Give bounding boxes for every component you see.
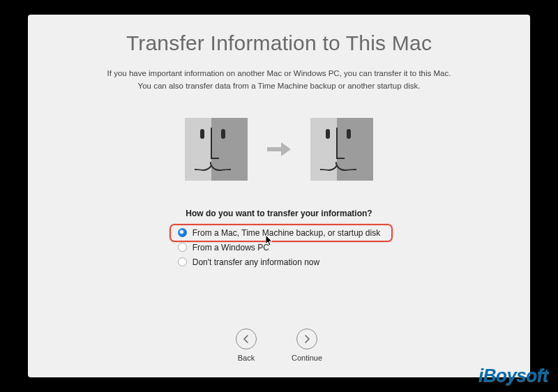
radio-icon xyxy=(178,257,187,266)
navigation-bar: Back Continue xyxy=(28,329,530,362)
arrow-right-icon xyxy=(267,140,291,158)
arrow-right-icon xyxy=(296,329,317,349)
page-subtitle: If you have important information on ano… xyxy=(107,68,451,93)
subtitle-line-2: You can also transfer data from a Time M… xyxy=(138,82,421,90)
option-from-windows[interactable]: From a Windows PC xyxy=(175,241,383,254)
transfer-options-group: From a Mac, Time Machine backup, or star… xyxy=(175,227,383,269)
transfer-illustration xyxy=(185,118,373,181)
option-label: From a Mac, Time Machine backup, or star… xyxy=(193,228,380,238)
arrow-left-icon xyxy=(236,329,257,349)
transfer-prompt: How do you want to transfer your informa… xyxy=(186,209,372,218)
radio-icon xyxy=(178,228,187,237)
back-button[interactable]: Back xyxy=(236,329,257,362)
continue-label: Continue xyxy=(292,354,322,362)
option-label: Don't transfer any information now xyxy=(193,257,319,267)
migration-assistant-window: Transfer Information to This Mac If you … xyxy=(28,15,530,377)
finder-icon-target xyxy=(310,118,373,181)
option-dont-transfer[interactable]: Don't transfer any information now xyxy=(175,256,383,269)
subtitle-line-1: If you have important information on ano… xyxy=(107,69,451,77)
back-label: Back xyxy=(238,354,255,362)
radio-icon xyxy=(178,243,187,252)
finder-icon-source xyxy=(185,118,248,181)
option-label: From a Windows PC xyxy=(193,243,269,252)
page-title: Transfer Information to This Mac xyxy=(126,31,432,55)
continue-button[interactable]: Continue xyxy=(292,329,322,362)
option-from-mac[interactable]: From a Mac, Time Machine backup, or star… xyxy=(175,227,383,239)
